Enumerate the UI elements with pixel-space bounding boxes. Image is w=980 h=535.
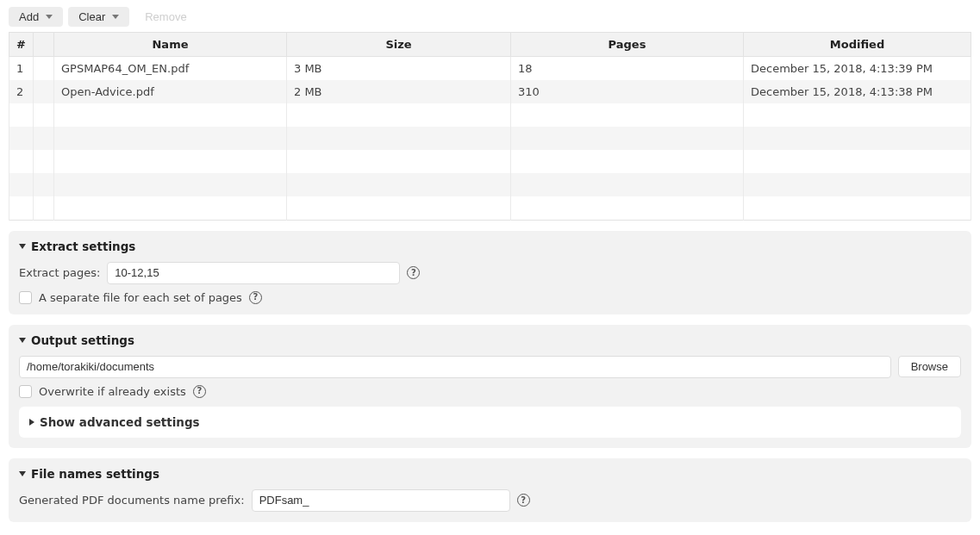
cell-size: 3 MB <box>287 57 511 81</box>
cell-lock <box>34 80 54 103</box>
help-icon[interactable]: ? <box>407 266 420 279</box>
col-header-pages[interactable]: Pages <box>511 33 744 57</box>
cell-modified: December 15, 2018, 4:13:38 PM <box>744 80 971 103</box>
col-header-name[interactable]: Name <box>54 33 287 57</box>
table-row-empty <box>9 127 971 150</box>
toolbar: Add Clear Remove <box>9 7 971 27</box>
col-header-index[interactable]: # <box>9 33 34 57</box>
output-settings-panel: Output settings Browse Overwrite if alre… <box>9 325 971 448</box>
filename-prefix-label: Generated PDF documents name prefix: <box>19 494 245 507</box>
cell-name: GPSMAP64_OM_EN.pdf <box>54 57 287 81</box>
extract-pages-label: Extract pages: <box>19 266 100 279</box>
table-row-empty <box>9 150 971 173</box>
remove-button: Remove <box>134 7 197 27</box>
col-header-lock[interactable] <box>34 33 54 57</box>
browse-button[interactable]: Browse <box>898 356 961 377</box>
cell-index: 1 <box>9 57 34 81</box>
cell-name: Open-Advice.pdf <box>54 80 287 103</box>
help-icon[interactable]: ? <box>193 385 206 398</box>
col-header-size[interactable]: Size <box>287 33 511 57</box>
table-row[interactable]: 2Open-Advice.pdf2 MB310December 15, 2018… <box>9 80 971 103</box>
caret-down-icon <box>46 15 53 19</box>
overwrite-label: Overwrite if already exists <box>39 385 186 398</box>
app-root: Add Clear Remove # Name Size Pages Modif… <box>0 0 980 531</box>
clear-button[interactable]: Clear <box>68 7 129 27</box>
table-row-empty <box>9 196 971 220</box>
table-row[interactable]: 1GPSMAP64_OM_EN.pdf3 MB18December 15, 20… <box>9 57 971 81</box>
filename-prefix-input[interactable] <box>252 489 510 512</box>
advanced-settings-title: Show advanced settings <box>40 415 200 429</box>
remove-button-label: Remove <box>145 10 186 23</box>
file-table[interactable]: # Name Size Pages Modified 1GPSMAP64_OM_… <box>9 32 971 221</box>
separate-file-label: A separate file for each set of pages <box>39 291 242 304</box>
cell-lock <box>34 57 54 81</box>
help-icon[interactable]: ? <box>249 291 262 304</box>
clear-button-label: Clear <box>78 10 105 23</box>
chevron-down-icon <box>19 244 26 249</box>
table-row-empty <box>9 103 971 127</box>
extract-settings-panel: Extract settings Extract pages: ? A sepa… <box>9 231 971 314</box>
col-header-modified[interactable]: Modified <box>744 33 971 57</box>
cell-index: 2 <box>9 80 34 103</box>
extract-settings-header[interactable]: Extract settings <box>19 240 961 253</box>
table-row-empty <box>9 173 971 196</box>
extract-pages-input[interactable] <box>107 262 400 284</box>
overwrite-checkbox[interactable] <box>19 385 32 398</box>
cell-pages: 310 <box>511 80 744 103</box>
output-settings-header[interactable]: Output settings <box>19 333 961 347</box>
table-header-row: # Name Size Pages Modified <box>9 33 971 57</box>
add-button-label: Add <box>19 10 39 23</box>
cell-size: 2 MB <box>287 80 511 103</box>
filenames-settings-header[interactable]: File names settings <box>19 467 961 481</box>
filenames-settings-panel: File names settings Generated PDF docume… <box>9 458 971 522</box>
output-path-input[interactable] <box>19 356 891 378</box>
chevron-down-icon <box>19 471 26 476</box>
advanced-settings-toggle[interactable]: Show advanced settings <box>19 407 961 438</box>
chevron-down-icon <box>19 338 26 343</box>
caret-down-icon <box>112 15 119 19</box>
cell-pages: 18 <box>511 57 744 81</box>
filenames-settings-title: File names settings <box>31 467 159 481</box>
separate-file-checkbox[interactable] <box>19 291 32 304</box>
cell-modified: December 15, 2018, 4:13:39 PM <box>744 57 971 81</box>
add-button[interactable]: Add <box>9 7 63 27</box>
extract-settings-title: Extract settings <box>31 240 135 253</box>
chevron-right-icon <box>29 419 34 426</box>
output-settings-title: Output settings <box>31 333 134 347</box>
help-icon[interactable]: ? <box>517 494 530 507</box>
